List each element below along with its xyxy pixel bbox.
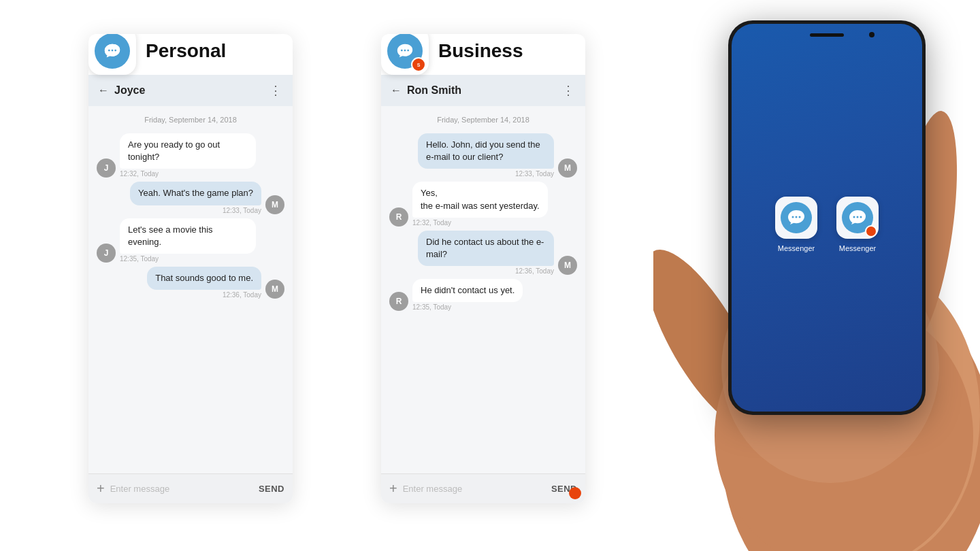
personal-input-field[interactable]: Enter message bbox=[110, 484, 253, 494]
message-bubble: Let's see a movie this evening. bbox=[120, 218, 256, 254]
avatar-r: R bbox=[389, 207, 408, 227]
phone-icons-row: Messenger bbox=[775, 197, 879, 252]
bubble-wrap: He didn't contact us yet. 12:35, Today bbox=[412, 279, 523, 311]
phone-frame: Messenger bbox=[728, 20, 926, 415]
message-time: 12:33, Today bbox=[130, 207, 261, 214]
svg-text:S: S bbox=[417, 63, 421, 67]
message-bubble: Hello. John, did you send the e-mail to … bbox=[418, 133, 554, 169]
personal-app-icon bbox=[88, 34, 136, 75]
phone-chat-icon-2 bbox=[847, 207, 868, 228]
avatar-j: J bbox=[97, 244, 116, 263]
phone-chat-icon-1 bbox=[786, 207, 806, 228]
svg-point-23 bbox=[853, 216, 855, 218]
phone-messenger-1-label: Messenger bbox=[778, 244, 815, 252]
avatar-m: M bbox=[558, 256, 577, 275]
message-bubble: Are you ready to go out tonight? bbox=[120, 133, 256, 169]
avatar-m: M bbox=[265, 195, 284, 214]
personal-date-divider: Friday, September 14, 2018 bbox=[97, 116, 284, 124]
phone-messenger-2-label: Messenger bbox=[839, 244, 876, 252]
avatar-j: J bbox=[97, 158, 116, 178]
message-time: 12:35, Today bbox=[120, 255, 256, 263]
message-time: 12:36, Today bbox=[418, 267, 554, 275]
message-time: 12:32, Today bbox=[120, 170, 256, 178]
personal-chat-header: ← Joyce ⋮ bbox=[88, 75, 293, 106]
business-mockup-header: S Business bbox=[381, 34, 585, 75]
business-notification-badge: S bbox=[411, 57, 426, 72]
message-time: 12:33, Today bbox=[418, 170, 554, 178]
personal-messages-area: Friday, September 14, 2018 J Are you rea… bbox=[88, 106, 293, 473]
business-header-left: ← Ron Smith bbox=[391, 84, 461, 97]
business-menu-dots[interactable]: ⋮ bbox=[562, 83, 576, 98]
avatar-m: M bbox=[558, 158, 577, 178]
business-messages-area: Friday, September 14, 2018 Hello. John, … bbox=[381, 106, 585, 473]
avatar-m: M bbox=[265, 280, 284, 299]
business-back-arrow[interactable]: ← bbox=[391, 84, 402, 97]
personal-send-button[interactable]: SEND bbox=[259, 484, 284, 494]
avatar-r: R bbox=[389, 292, 408, 311]
phone-app-icon-wrap-2 bbox=[836, 197, 879, 239]
message-row: Hello. John, did you send the e-mail to … bbox=[389, 133, 577, 178]
personal-chat-mockup: Personal ← Joyce ⋮ Friday, September 14,… bbox=[88, 34, 293, 503]
svg-point-3 bbox=[108, 50, 110, 52]
phone-app-icon-wrap-1 bbox=[775, 197, 817, 239]
svg-point-8 bbox=[407, 50, 409, 52]
message-time: 12:35, Today bbox=[412, 303, 523, 311]
svg-point-22 bbox=[799, 216, 801, 218]
personal-contact-name: Joyce bbox=[114, 84, 145, 97]
svg-point-21 bbox=[796, 216, 798, 218]
business-input-bar: + Enter message SEND bbox=[381, 473, 585, 503]
message-row: R Yes,the e-mail was sent yesterday. 12:… bbox=[389, 182, 577, 226]
chat-bubble-icon bbox=[103, 41, 122, 61]
personal-back-arrow[interactable]: ← bbox=[98, 84, 109, 97]
chat-bubble-icon-2 bbox=[395, 41, 414, 61]
personal-input-bar: + Enter message SEND bbox=[88, 473, 293, 503]
bubble-wrap: Are you ready to go out tonight? 12:32, … bbox=[120, 133, 256, 178]
phone-device: Messenger bbox=[653, 0, 980, 551]
phone-screen: Messenger bbox=[732, 24, 922, 412]
bubble-wrap: Did he contact us about the e-mail? 12:3… bbox=[418, 231, 554, 275]
business-app-icon: S bbox=[381, 34, 429, 75]
bubble-wrap: Hello. John, did you send the e-mail to … bbox=[418, 133, 554, 178]
personal-menu-dots[interactable]: ⋮ bbox=[270, 83, 283, 98]
personal-mockup-header: Personal bbox=[88, 34, 293, 75]
phone-speaker bbox=[810, 33, 844, 37]
business-date-divider: Friday, September 14, 2018 bbox=[389, 116, 577, 124]
message-bubble: Did he contact us about the e-mail? bbox=[418, 231, 554, 266]
message-row: That sounds good to me. 12:36, Today M bbox=[97, 267, 284, 299]
message-row: Did he contact us about the e-mail? 12:3… bbox=[389, 231, 577, 275]
message-bubble: He didn't contact us yet. bbox=[412, 279, 523, 302]
bubble-wrap: Yes,the e-mail was sent yesterday. 12:32… bbox=[412, 182, 548, 226]
bubble-wrap: That sounds good to me. 12:36, Today bbox=[147, 267, 261, 299]
message-bubble: Yeah. What's the game plan? bbox=[130, 182, 261, 205]
personal-header-left: ← Joyce bbox=[98, 84, 145, 97]
message-time: 12:36, Today bbox=[147, 291, 261, 299]
phone-camera bbox=[869, 32, 875, 37]
bubble-wrap: Yeah. What's the game plan? 12:33, Today bbox=[130, 182, 261, 214]
svg-point-6 bbox=[401, 50, 403, 52]
phone-messenger-2[interactable]: Messenger bbox=[836, 197, 879, 252]
svg-point-5 bbox=[114, 50, 116, 52]
message-bubble: That sounds good to me. bbox=[147, 267, 261, 290]
svg-point-25 bbox=[860, 216, 862, 218]
phone-notification-badge bbox=[865, 225, 877, 237]
personal-title: Personal bbox=[146, 40, 226, 62]
svg-point-20 bbox=[792, 216, 794, 218]
plus-icon[interactable]: + bbox=[97, 481, 105, 497]
message-row: J Are you ready to go out tonight? 12:32… bbox=[97, 133, 284, 178]
svg-point-24 bbox=[857, 216, 859, 218]
phone-messenger-1[interactable]: Messenger bbox=[775, 197, 817, 252]
message-bubble: Yes,the e-mail was sent yesterday. bbox=[412, 182, 548, 217]
personal-app-icon-inner bbox=[95, 34, 130, 69]
phone-app-icon-inner-1 bbox=[781, 202, 812, 233]
message-row: Yeah. What's the game plan? 12:33, Today… bbox=[97, 182, 284, 214]
message-row: R He didn't contact us yet. 12:35, Today bbox=[389, 279, 577, 311]
business-contact-name: Ron Smith bbox=[407, 84, 461, 97]
bubble-wrap: Let's see a movie this evening. 12:35, T… bbox=[120, 218, 256, 263]
plus-icon-2[interactable]: + bbox=[389, 481, 397, 497]
message-row: J Let's see a movie this evening. 12:35,… bbox=[97, 218, 284, 263]
message-time: 12:32, Today bbox=[412, 219, 548, 227]
svg-point-4 bbox=[112, 50, 114, 52]
svg-point-7 bbox=[404, 50, 406, 52]
business-input-badge bbox=[569, 487, 581, 499]
business-input-field[interactable]: Enter message bbox=[403, 484, 546, 494]
